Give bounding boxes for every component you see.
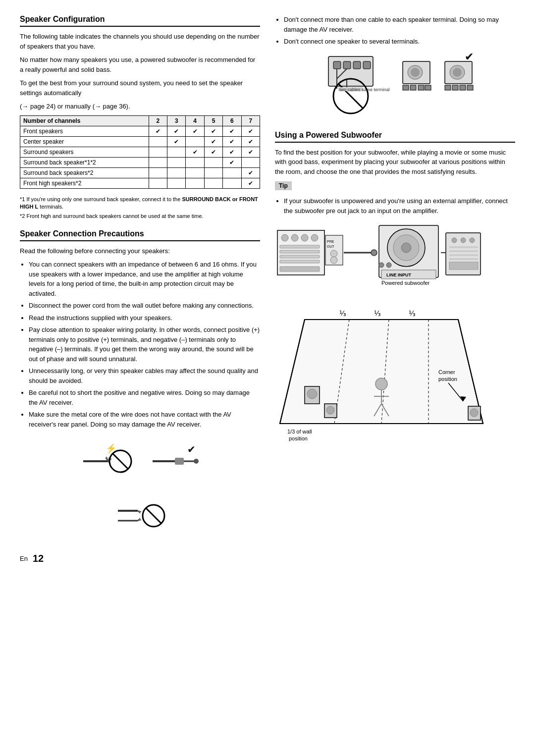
svg-line-7 xyxy=(112,453,128,469)
speaker-config-para2: No matter how many speakers you use, a p… xyxy=(20,55,260,74)
table-col-4: 4 xyxy=(186,115,204,126)
svg-rect-55 xyxy=(280,245,320,248)
svg-rect-46 xyxy=(452,85,458,90)
page-lang: En xyxy=(20,555,28,562)
svg-text:✔: ✔ xyxy=(465,52,474,63)
svg-text:position: position xyxy=(438,376,457,382)
svg-rect-25 xyxy=(353,61,361,69)
left-column: Speaker Configuration The following tabl… xyxy=(20,15,260,538)
svg-point-37 xyxy=(411,68,420,77)
svg-rect-81 xyxy=(449,250,478,252)
table-row: Front high speakers*2 ✔ xyxy=(20,178,260,188)
tip-label: Tip xyxy=(275,181,292,190)
svg-rect-83 xyxy=(449,258,478,260)
speaker-wrong-diagram: two cables same terminal xyxy=(314,52,390,121)
svg-point-99 xyxy=(375,378,387,390)
svg-rect-39 xyxy=(410,85,416,90)
svg-point-74 xyxy=(386,263,391,268)
svg-point-98 xyxy=(307,389,317,399)
svg-text:two cables same terminal: two cables same terminal xyxy=(339,87,390,92)
bullet-item: Be careful not to short the positive and… xyxy=(29,388,260,407)
speaker-config-para3: To get the best from your surround sound… xyxy=(20,78,260,98)
table-row: Front speakers ✔ ✔ ✔ ✔ ✔ ✔ xyxy=(20,126,260,136)
footnote-2: *2 Front high and surround back speakers… xyxy=(20,213,260,220)
svg-line-21 xyxy=(146,508,161,524)
svg-rect-40 xyxy=(418,85,424,90)
wire-row-bottom xyxy=(20,493,260,538)
svg-text:⅓: ⅓ xyxy=(409,309,416,317)
svg-text:⚡: ⚡ xyxy=(106,443,117,454)
svg-rect-10 xyxy=(175,458,184,465)
svg-point-51 xyxy=(281,234,288,241)
svg-rect-47 xyxy=(460,85,466,90)
svg-point-63 xyxy=(330,250,337,257)
subwoofer-title: Using a Powered Subwoofer xyxy=(275,131,515,143)
svg-point-113 xyxy=(470,409,478,417)
svg-text:LINE INPUT: LINE INPUT xyxy=(386,272,412,277)
svg-point-44 xyxy=(453,68,462,77)
svg-rect-57 xyxy=(280,255,320,258)
svg-rect-48 xyxy=(467,85,473,90)
speaker-connection-title: Speaker Connection Precautions xyxy=(20,229,260,241)
table-col-2: 2 xyxy=(149,115,167,126)
svg-rect-22 xyxy=(328,56,373,86)
speaker-connection-intro: Read the following before connecting you… xyxy=(20,246,260,256)
svg-text:1/3 of wall: 1/3 of wall xyxy=(287,429,312,434)
svg-point-12 xyxy=(194,459,199,464)
svg-text:✔: ✔ xyxy=(187,444,196,455)
tip-bullets: If your subwoofer is unpowered and you'r… xyxy=(284,196,515,216)
svg-text:OUT: OUT xyxy=(327,245,335,248)
svg-point-79 xyxy=(470,238,475,243)
wire-row-top: ⚡ ✔ xyxy=(20,439,260,484)
bullet-item: Don't connect one speaker to several ter… xyxy=(284,37,515,47)
table-row: Surround back speaker*1*2 ✔ xyxy=(20,157,260,167)
svg-point-73 xyxy=(379,263,384,268)
svg-text:PRE: PRE xyxy=(327,240,334,243)
bullet-item: Make sure the metal core of the wire doe… xyxy=(29,410,260,429)
svg-point-70 xyxy=(401,243,411,253)
wire-short-wrong xyxy=(113,493,167,538)
tip-text: If your subwoofer is unpowered and you'r… xyxy=(284,196,515,216)
table-col-3: 3 xyxy=(167,115,186,126)
bullet-item: Read the instructions supplied with your… xyxy=(29,313,260,323)
subwoofer-para: To find the best position for your subwo… xyxy=(275,148,515,177)
svg-text:Corner: Corner xyxy=(438,369,455,375)
svg-text:position: position xyxy=(289,435,308,441)
page-number: 12 xyxy=(33,553,44,564)
bullet-item: Disconnect the power cord from the wall … xyxy=(29,301,260,311)
connection-bullets: You can connect speakers with an impedan… xyxy=(29,260,260,429)
svg-rect-38 xyxy=(403,85,409,90)
svg-rect-23 xyxy=(333,61,341,69)
svg-rect-24 xyxy=(343,61,351,69)
svg-text:Powered subwoofer: Powered subwoofer xyxy=(381,280,430,286)
bullet-item: Don't connect more than one cable to eac… xyxy=(284,15,515,34)
table-row: Center speaker ✔ ✔ ✔ ✔ xyxy=(20,136,260,147)
svg-point-77 xyxy=(452,238,457,243)
speaker-correct-diagram: ✔ xyxy=(400,52,477,121)
svg-point-52 xyxy=(291,234,298,241)
room-placement-diagram: ⅓ ⅓ ⅓ Corner xyxy=(275,305,515,443)
svg-rect-41 xyxy=(425,85,431,90)
wire-correct: ✔ xyxy=(148,439,202,484)
room-svg: ⅓ ⅓ ⅓ Corner xyxy=(275,305,488,443)
bullet-item: Unnecessarily long, or very thin speaker… xyxy=(29,366,260,385)
table-header-channels: Number of channels xyxy=(20,115,149,126)
svg-rect-80 xyxy=(449,246,478,248)
subwoofer-connection-diagram: PRE OUT LINE INPUT Powered su xyxy=(275,220,515,300)
table-col-7: 7 xyxy=(241,115,260,126)
page-ref: (→ page 24) or manually (→ page 36). xyxy=(20,102,260,111)
table-col-6: 6 xyxy=(223,115,241,126)
wire-diagrams: ⚡ ✔ xyxy=(20,439,260,538)
table-row: Surround back speakers*2 ✔ xyxy=(20,167,260,178)
svg-point-78 xyxy=(461,238,466,243)
footnote-1: *1 If you're using only one surround bac… xyxy=(20,196,260,211)
right-column: Don't connect more than one cable to eac… xyxy=(275,15,515,538)
speaker-config-para1: The following table indicates the channe… xyxy=(20,32,260,51)
svg-point-54 xyxy=(311,234,318,241)
bullet-item: Pay close attention to speaker wiring po… xyxy=(29,325,260,364)
svg-rect-58 xyxy=(280,260,320,263)
svg-point-66 xyxy=(371,250,377,256)
wire-wrong-spark: ⚡ xyxy=(78,439,133,484)
svg-point-53 xyxy=(301,234,308,241)
svg-rect-84 xyxy=(449,262,478,270)
